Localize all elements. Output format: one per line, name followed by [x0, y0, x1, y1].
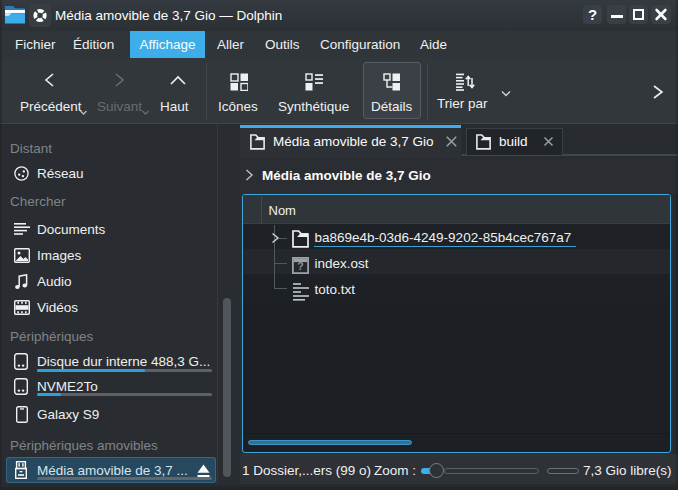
svg-text:?: ?	[297, 260, 303, 272]
